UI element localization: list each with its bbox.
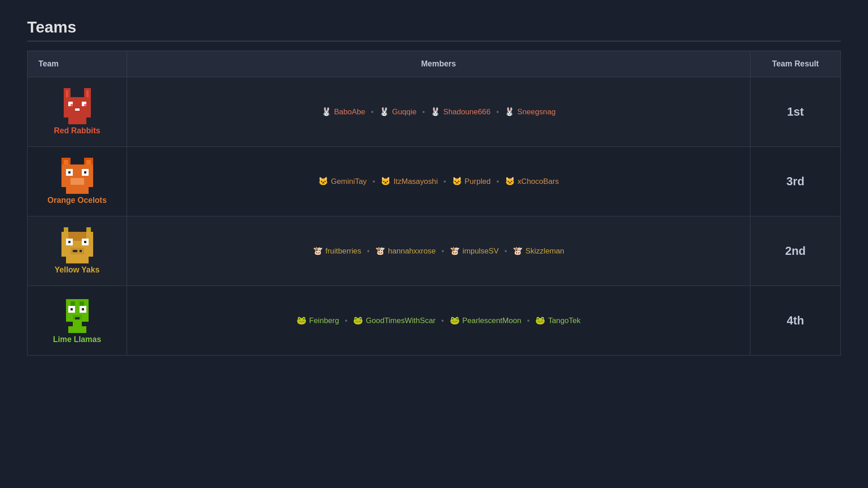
member-separator: • xyxy=(494,108,501,116)
member-name: Guqqie xyxy=(392,108,416,117)
page-title: Teams xyxy=(27,18,841,36)
member-item: 🐸PearlescentMoon xyxy=(450,316,522,325)
member-name: PearlescentMoon xyxy=(462,316,522,325)
svg-rect-43 xyxy=(71,301,75,306)
member-emoji: 🐱 xyxy=(452,177,462,186)
team-cell-yellow-yaks: Yellow Yaks xyxy=(28,216,127,286)
svg-rect-25 xyxy=(66,187,89,194)
member-item: 🐸GoodTimesWithScar xyxy=(353,316,435,325)
member-item: 🐮Skizzleman xyxy=(513,246,564,256)
member-item: 🐰BaboAbe xyxy=(321,107,365,117)
orange-ocelots-icon xyxy=(37,158,118,196)
svg-rect-11 xyxy=(73,115,82,117)
member-name: xChocoBars xyxy=(518,177,559,186)
member-emoji: 🐸 xyxy=(535,316,545,325)
svg-rect-2 xyxy=(66,90,68,97)
member-name: fruitberries xyxy=(326,247,361,256)
member-separator: • xyxy=(343,316,349,325)
member-name: Sneegsnag xyxy=(517,108,556,117)
member-emoji: 🐸 xyxy=(297,316,307,325)
member-emoji: 🐰 xyxy=(505,107,514,117)
member-emoji: 🐱 xyxy=(318,177,328,186)
member-name: Purpled xyxy=(465,177,491,186)
member-emoji: 🐮 xyxy=(313,246,323,256)
member-emoji: 🐱 xyxy=(505,177,515,186)
member-name: BaboAbe xyxy=(334,108,365,117)
member-name: GoodTimesWithScar xyxy=(366,316,435,325)
member-separator: • xyxy=(420,108,427,116)
member-separator: • xyxy=(370,177,377,186)
table-row: Lime Llamas🐸Feinberg • 🐸GoodTimesWithSca… xyxy=(28,286,841,356)
member-name: TangoTek xyxy=(548,316,580,325)
member-item: 🐮hannahxxrose xyxy=(375,246,435,256)
svg-rect-48 xyxy=(68,326,86,333)
table-row: Orange Ocelots🐱GeminiTay • 🐱ItzMasayoshi… xyxy=(28,147,841,216)
column-header-members: Members xyxy=(127,51,750,77)
svg-rect-46 xyxy=(75,317,80,319)
member-emoji: 🐸 xyxy=(353,316,363,325)
red-rabbits-icon xyxy=(37,88,118,126)
result-cell-red-rabbits: 1st xyxy=(750,77,841,147)
member-item: 🐱GeminiTay xyxy=(318,177,367,186)
member-separator: • xyxy=(525,316,532,325)
svg-rect-24 xyxy=(71,178,84,185)
member-item: 🐮fruitberries xyxy=(313,246,361,256)
result-cell-orange-ocelots: 3rd xyxy=(750,147,841,216)
member-name: Shadoune666 xyxy=(443,108,491,117)
svg-rect-22 xyxy=(84,171,86,174)
member-item: 🐱xChocoBars xyxy=(505,177,559,186)
column-header-result: Team Result xyxy=(750,51,841,77)
svg-rect-42 xyxy=(82,308,84,310)
members-cell-lime-llamas: 🐸Feinberg • 🐸GoodTimesWithScar • 🐸Pearle… xyxy=(127,286,750,356)
member-separator: • xyxy=(494,177,501,186)
member-item: 🐸TangoTek xyxy=(535,316,580,325)
svg-rect-33 xyxy=(84,241,86,243)
member-item: 🐱ItzMasayoshi xyxy=(381,177,438,186)
members-cell-yellow-yaks: 🐮fruitberries • 🐮hannahxxrose • 🐮impulse… xyxy=(127,216,750,286)
member-separator: • xyxy=(369,108,376,116)
member-name: Feinberg xyxy=(309,316,339,325)
svg-rect-44 xyxy=(80,301,84,306)
svg-rect-3 xyxy=(86,90,89,97)
member-emoji: 🐮 xyxy=(375,246,385,256)
table-row: Yellow Yaks🐮fruitberries • 🐮hannahxxrose… xyxy=(28,216,841,286)
svg-rect-21 xyxy=(68,171,71,174)
member-emoji: 🐰 xyxy=(379,107,389,117)
svg-rect-36 xyxy=(80,250,82,252)
member-separator: • xyxy=(441,177,448,186)
svg-rect-32 xyxy=(68,241,71,243)
team-cell-red-rabbits: Red Rabbits xyxy=(28,77,127,147)
lime-llamas-name: Lime Llamas xyxy=(53,335,101,344)
member-name: hannahxxrose xyxy=(388,247,435,256)
member-name: Skizzleman xyxy=(525,247,564,256)
member-item: 🐰Sneegsnag xyxy=(505,107,556,117)
svg-rect-8 xyxy=(84,104,86,106)
column-header-team: Team xyxy=(28,51,127,77)
result-cell-yellow-yaks: 2nd xyxy=(750,216,841,286)
orange-ocelots-name: Orange Ocelots xyxy=(47,196,107,205)
svg-rect-47 xyxy=(73,322,82,326)
member-separator: • xyxy=(365,247,372,255)
svg-rect-37 xyxy=(66,257,89,263)
red-rabbits-name: Red Rabbits xyxy=(54,126,100,135)
member-emoji: 🐮 xyxy=(513,246,523,256)
svg-rect-9 xyxy=(75,108,80,111)
member-separator: • xyxy=(502,247,509,255)
member-name: impulseSV xyxy=(462,247,499,256)
member-separator: • xyxy=(439,247,446,255)
lime-llamas-icon xyxy=(37,297,118,335)
result-cell-lime-llamas: 4th xyxy=(750,286,841,356)
member-emoji: 🐰 xyxy=(430,107,440,117)
member-item: 🐮impulseSV xyxy=(450,246,499,256)
member-item: 🐰Guqqie xyxy=(379,107,416,117)
team-cell-lime-llamas: Lime Llamas xyxy=(28,286,127,356)
members-cell-red-rabbits: 🐰BaboAbe • 🐰Guqqie • 🐰Shadoune666 • 🐰Sne… xyxy=(127,77,750,147)
svg-rect-14 xyxy=(64,160,68,164)
member-item: 🐱Purpled xyxy=(452,177,491,186)
member-item: 🐰Shadoune666 xyxy=(430,107,491,117)
yellow-yaks-icon xyxy=(37,227,118,265)
teams-table: Team Members Team Result Red Rabbits🐰Bab… xyxy=(27,51,841,356)
member-emoji: 🐮 xyxy=(450,246,460,256)
svg-rect-7 xyxy=(71,104,73,106)
svg-rect-35 xyxy=(73,250,77,252)
